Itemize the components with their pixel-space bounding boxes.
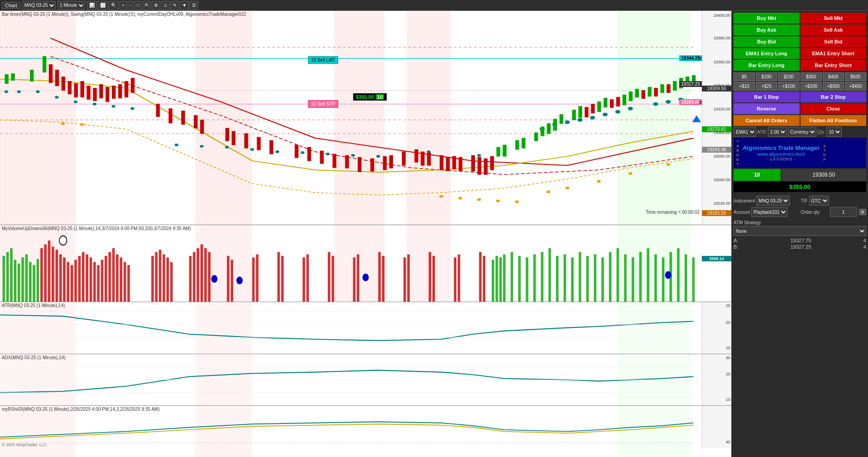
- svg-rect-130: [617, 97, 620, 106]
- increment-100[interactable]: +$100: [778, 82, 799, 91]
- increment-25[interactable]: +$25: [756, 82, 777, 91]
- svg-rect-174: [639, 252, 642, 302]
- amount-100[interactable]: $100: [756, 72, 777, 81]
- buy-mkt-button[interactable]: Buy Mkt: [734, 13, 800, 24]
- strategy-select[interactable]: EMA1: [734, 127, 756, 137]
- account-select[interactable]: Playback101: [751, 207, 787, 217]
- svg-rect-111: [358, 157, 361, 172]
- svg-rect-4: [407, 11, 451, 225]
- amount-5[interactable]: $5: [734, 72, 755, 81]
- svg-rect-77: [661, 85, 664, 93]
- symbol-select[interactable]: MNQ 03-25: [22, 1, 56, 10]
- order-qty-input[interactable]: [830, 207, 857, 217]
- svg-point-16: [74, 101, 77, 103]
- svg-rect-169: [601, 257, 604, 302]
- svg-rect-117: [421, 152, 424, 165]
- sell-lmt-close[interactable]: ✕: [698, 55, 703, 62]
- amount-400[interactable]: $400: [823, 72, 844, 81]
- price-19280: 19280.00: [713, 154, 730, 159]
- svg-rect-62: [516, 140, 519, 149]
- sell-ask-button[interactable]: Sell Ask: [801, 24, 867, 35]
- qty-select[interactable]: 10 1 5: [826, 127, 842, 137]
- increment-400[interactable]: +$400: [845, 82, 866, 91]
- hide-btn[interactable]: ▼: [180, 1, 189, 10]
- svg-rect-208: [159, 250, 162, 302]
- prop-btn[interactable]: ⚙: [152, 1, 160, 10]
- svg-rect-233: [407, 254, 410, 302]
- amount-300[interactable]: $300: [801, 72, 822, 81]
- bar-entry-long-button[interactable]: Bar Entry Long: [734, 60, 800, 71]
- price-label-4: 19165.50: [702, 210, 731, 216]
- svg-point-26: [326, 153, 330, 155]
- sell-bid-button[interactable]: Sell Bid: [801, 36, 867, 47]
- increment-200[interactable]: +$200: [801, 82, 822, 91]
- svg-rect-205: [127, 265, 130, 302]
- svg-rect-163: [556, 256, 559, 302]
- zoom-out-btn[interactable]: -: [128, 1, 134, 10]
- buy-ask-button[interactable]: Buy Ask: [734, 24, 800, 35]
- timeframe-select[interactable]: 1 Minute: [58, 1, 85, 10]
- svg-rect-118: [427, 153, 431, 165]
- magnify-btn[interactable]: 🔍: [109, 1, 119, 10]
- cancel-all-button[interactable]: Cancel All Orders: [734, 115, 800, 126]
- svg-rect-68: [560, 115, 563, 124]
- svg-rect-196: [93, 262, 96, 302]
- svg-rect-139: [196, 225, 252, 302]
- fit-btn[interactable]: □: [134, 1, 142, 10]
- ema1-entry-long-button[interactable]: EMA1 Entry Long: [734, 48, 800, 59]
- svg-rect-207: [155, 252, 158, 302]
- svg-rect-148: [21, 257, 24, 302]
- brand-url: www.algonomics.tech: [757, 151, 805, 157]
- svg-rect-235: [432, 256, 435, 302]
- list-btn[interactable]: ☰: [190, 1, 198, 10]
- pnl-display: $355.00: [734, 182, 866, 192]
- svg-rect-61: [503, 145, 506, 156]
- svg-rect-63: [522, 138, 525, 148]
- svg-rect-1: [0, 11, 76, 225]
- svg-rect-113: [383, 156, 386, 170]
- selectors-row: EMA1 ATR: 2.00 1.00 3.00 Currency Ticks …: [732, 127, 868, 138]
- flatten-all-button[interactable]: Flatten All Positions: [801, 115, 867, 126]
- reverse-button[interactable]: Reverse: [734, 103, 800, 114]
- bar-chart-btn[interactable]: 📊: [87, 1, 97, 10]
- svg-rect-218: [227, 256, 230, 302]
- atm-select[interactable]: None: [734, 226, 866, 236]
- tif-select[interactable]: GTC DAY IOC: [809, 196, 829, 206]
- sell-mkt-button[interactable]: Sell Mkt: [801, 13, 867, 24]
- svg-point-24: [275, 150, 279, 153]
- svg-point-41: [653, 102, 658, 106]
- expand-btn[interactable]: ⇱: [143, 1, 151, 10]
- price-label-2: 19270.82: [702, 126, 731, 132]
- svg-rect-59: [43, 56, 46, 72]
- draw-btn[interactable]: ✎: [171, 1, 179, 10]
- svg-rect-73: [623, 95, 626, 105]
- close-button[interactable]: Close: [801, 103, 867, 114]
- bar2-stop-button[interactable]: Bar 2 Stop: [801, 91, 867, 102]
- alert-btn[interactable]: ⚠: [161, 1, 170, 10]
- currency-select[interactable]: Currency Ticks: [788, 127, 816, 137]
- amount-500[interactable]: $500: [845, 72, 866, 81]
- svg-point-242: [363, 274, 369, 281]
- instrument-select[interactable]: MNQ 03-25: [756, 196, 790, 206]
- amount-200[interactable]: $200: [778, 72, 799, 81]
- order-qty-settings[interactable]: ⚙: [859, 209, 866, 215]
- buy-bid-button[interactable]: Buy Bid: [734, 36, 800, 47]
- svg-rect-71: [598, 102, 601, 112]
- zoom-in-btn[interactable]: +: [120, 1, 127, 10]
- svg-rect-228: [353, 257, 356, 302]
- svg-rect-210: [167, 257, 169, 302]
- bar-entry-short-button[interactable]: Bar Entry Short: [801, 60, 867, 71]
- ema1-entry-short-button[interactable]: EMA1 Entry Short: [801, 48, 867, 59]
- sell-stp-close[interactable]: ✕: [698, 99, 703, 106]
- increment-300[interactable]: +$300: [823, 82, 844, 91]
- svg-rect-246: [0, 302, 76, 353]
- bar1-stop-button[interactable]: Bar 1 Stop: [734, 91, 800, 102]
- svg-rect-198: [101, 260, 104, 302]
- account-label: Account: [734, 210, 750, 215]
- svg-rect-221: [256, 254, 259, 302]
- increment-10[interactable]: +$10: [734, 82, 755, 91]
- cursor-btn[interactable]: ⬜: [98, 1, 108, 10]
- svg-rect-202: [116, 254, 119, 302]
- atr-select[interactable]: 2.00 1.00 3.00: [768, 127, 787, 137]
- target-label: T: [736, 140, 739, 144]
